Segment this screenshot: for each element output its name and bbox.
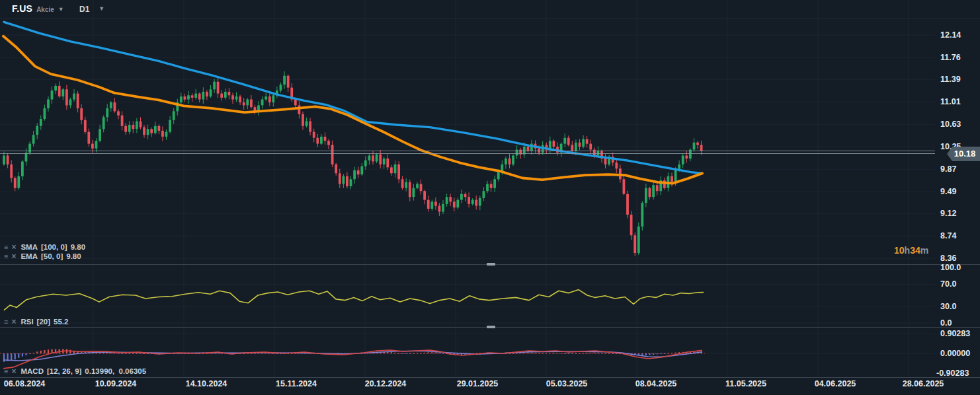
price-tick-label: 11.01 — [940, 96, 961, 107]
date-tick-label: 05.03.2025 — [546, 378, 588, 390]
macd-tick-label: 0.00000 — [940, 348, 970, 359]
timeframe-label: D1 — [79, 5, 89, 14]
indicator-close-icon[interactable]: × — [11, 368, 16, 375]
countdown-hours: 10 — [894, 245, 905, 256]
macd-signal-line — [3, 351, 702, 361]
macd-tick-label: -0.90283 — [936, 368, 969, 378]
panel-resize-handle[interactable] — [487, 263, 495, 266]
date-tick-label: 28.06.2025 — [903, 378, 944, 390]
rsi-label: RSI — [20, 318, 33, 326]
sma-label: SMA — [20, 243, 38, 251]
indicator-settings-icon[interactable]: ≡ — [4, 318, 8, 325]
trading-chart-window: F.US Akcie ▼ D1 ▼ ≡×SMA[100, 0]9.80 ≡×EM… — [0, 0, 980, 395]
macd-value: 0.13990, 0.06305 — [85, 367, 146, 375]
chart-canvas[interactable] — [0, 0, 980, 395]
price-tick-label: 10.63 — [940, 119, 961, 129]
countdown-hours-unit: h — [905, 245, 911, 256]
sma-params: [100, 0] — [41, 243, 67, 251]
price-tick-label: 11.39 — [940, 74, 961, 85]
indicator-close-icon[interactable]: × — [11, 318, 16, 325]
sma-value: 9.80 — [71, 243, 85, 251]
price-tick-label: 8.74 — [940, 231, 956, 241]
candles-layer — [3, 71, 702, 256]
countdown-minutes: 34 — [910, 245, 920, 256]
date-tick-label: 14.10.2024 — [186, 378, 227, 390]
rsi-tick-label: 30.0 — [940, 301, 956, 312]
rsi-params: [20] — [37, 318, 50, 326]
ema-value: 9.80 — [66, 252, 81, 260]
chart-header: F.US Akcie ▼ D1 ▼ — [0, 0, 980, 19]
date-tick-label: 20.12.2024 — [365, 378, 407, 390]
date-tick-label: 08.04.2025 — [635, 378, 677, 390]
indicator-settings-icon[interactable]: ≡ — [4, 253, 8, 260]
countdown-minutes-unit: m — [920, 245, 928, 256]
price-tick-label: 11.76 — [940, 52, 961, 63]
current-price-value: 10.18 — [954, 149, 976, 159]
chevron-down-icon: ▼ — [58, 6, 64, 13]
price-tick-label: 9.12 — [940, 208, 956, 219]
timeframe-selector[interactable]: D1 ▼ — [79, 5, 104, 14]
panel-resize-handle[interactable] — [487, 326, 495, 328]
indicator-close-icon[interactable]: × — [11, 244, 16, 250]
chevron-down-icon: ▼ — [99, 5, 104, 12]
date-tick-label: 29.01.2025 — [457, 378, 499, 390]
current-price-tag: 10.18 — [947, 147, 980, 161]
date-tick-label: 04.06.2025 — [815, 378, 856, 390]
macd-label: MACD — [20, 367, 44, 375]
macd-tick-label: 0.90283 — [940, 328, 970, 339]
rsi-tick-label: 0.0 — [940, 318, 952, 328]
indicator-settings-icon[interactable]: ≡ — [4, 244, 8, 250]
rsi-tick-label: 70.0 — [940, 279, 956, 289]
rsi-value: 55.2 — [54, 318, 68, 326]
rsi-legend-row: ≡×RSI[20]55.2 — [4, 318, 68, 326]
price-tick-label: 12.14 — [940, 30, 961, 40]
sma-legend-row: ≡×SMA[100, 0]9.80 — [4, 243, 85, 251]
price-tick-label: 9.87 — [940, 164, 956, 174]
indicator-settings-icon[interactable]: ≡ — [4, 368, 8, 375]
macd-params: [12, 26, 9] — [47, 367, 81, 375]
date-tick-label: 10.09.2024 — [95, 378, 137, 390]
indicator-close-icon[interactable]: × — [11, 253, 16, 260]
rsi-line — [4, 290, 704, 310]
ema-params: [50, 0] — [41, 252, 63, 260]
market-type-label: Akcie — [36, 6, 54, 13]
date-tick-label: 11.05.2025 — [725, 378, 766, 390]
session-countdown: 10h34m — [894, 245, 928, 256]
rsi-tick-label: 100.0 — [940, 262, 961, 273]
price-tick-label: 9.49 — [940, 186, 956, 197]
date-tick-label: 15.11.2024 — [276, 378, 317, 390]
ema-label: EMA — [20, 252, 38, 260]
ema-legend-row: ≡×EMA[50, 0]9.80 — [4, 252, 81, 260]
macd-legend-row: ≡×MACD[12, 26, 9]0.13990, 0.06305 — [4, 367, 146, 375]
symbol-label: F.US — [12, 3, 32, 14]
symbol-selector[interactable]: F.US Akcie ▼ — [12, 3, 64, 14]
date-tick-label: 06.08.2024 — [4, 378, 46, 390]
